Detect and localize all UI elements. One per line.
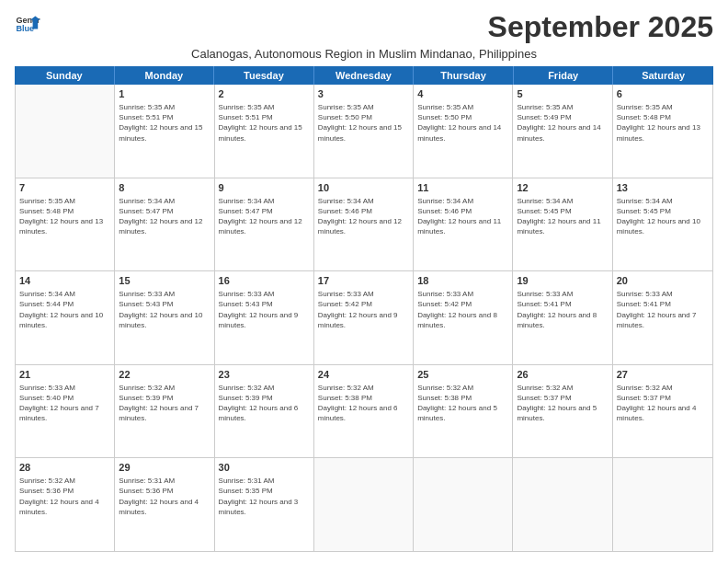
cell-day-number: 4 [417,87,508,101]
cal-cell: 8Sunrise: 5:34 AMSunset: 5:47 PMDaylight… [115,178,214,271]
week-row-4: 21Sunrise: 5:33 AMSunset: 5:40 PMDayligh… [16,365,712,459]
cell-info: Sunrise: 5:35 AMSunset: 5:51 PMDaylight:… [219,102,310,144]
cell-info: Sunrise: 5:32 AMSunset: 5:38 PMDaylight:… [417,383,508,424]
cal-cell: 18Sunrise: 5:33 AMSunset: 5:42 PMDayligh… [414,271,513,364]
cal-cell: 7Sunrise: 5:35 AMSunset: 5:48 PMDaylight… [16,178,115,271]
cell-day-number: 2 [219,87,310,101]
cell-day-number: 10 [318,181,409,195]
cell-day-number: 14 [19,274,110,288]
cal-cell: 25Sunrise: 5:32 AMSunset: 5:38 PMDayligh… [414,365,513,458]
cal-cell: 20Sunrise: 5:33 AMSunset: 5:41 PMDayligh… [613,271,712,364]
cal-cell: 16Sunrise: 5:33 AMSunset: 5:43 PMDayligh… [215,271,314,364]
header: General Blue September 2025 [15,11,713,43]
cell-day-number: 19 [517,274,608,288]
cell-info: Sunrise: 5:35 AMSunset: 5:48 PMDaylight:… [617,102,709,144]
cal-cell: 11Sunrise: 5:34 AMSunset: 5:46 PMDayligh… [414,178,513,271]
cell-info: Sunrise: 5:32 AMSunset: 5:38 PMDaylight:… [318,383,409,424]
cal-cell: 17Sunrise: 5:33 AMSunset: 5:42 PMDayligh… [314,271,414,364]
cell-day-number: 20 [617,274,709,288]
cal-cell: 3Sunrise: 5:35 AMSunset: 5:50 PMDaylight… [314,85,414,178]
cell-day-number: 8 [119,181,210,195]
month-title: September 2025 [488,11,713,43]
cal-cell: 12Sunrise: 5:34 AMSunset: 5:45 PMDayligh… [513,178,612,271]
cal-cell: 6Sunrise: 5:35 AMSunset: 5:48 PMDaylight… [613,85,712,178]
svg-text:Blue: Blue [16,24,34,33]
cell-info: Sunrise: 5:35 AMSunset: 5:49 PMDaylight:… [517,102,608,144]
cell-info: Sunrise: 5:33 AMSunset: 5:43 PMDaylight:… [219,289,310,330]
cal-cell: 29Sunrise: 5:31 AMSunset: 5:36 PMDayligh… [115,458,214,551]
cal-cell: 22Sunrise: 5:32 AMSunset: 5:39 PMDayligh… [115,365,214,458]
cal-cell [314,458,414,551]
cell-info: Sunrise: 5:32 AMSunset: 5:39 PMDaylight:… [119,383,210,424]
cell-day-number: 30 [219,461,310,475]
cal-cell [16,85,115,178]
cal-cell: 14Sunrise: 5:34 AMSunset: 5:44 PMDayligh… [16,271,115,364]
week-row-2: 7Sunrise: 5:35 AMSunset: 5:48 PMDaylight… [16,178,712,272]
cell-day-number: 28 [19,461,110,475]
cell-info: Sunrise: 5:32 AMSunset: 5:39 PMDaylight:… [219,383,310,424]
cal-cell: 2Sunrise: 5:35 AMSunset: 5:51 PMDaylight… [215,85,314,178]
header-day-monday: Monday [115,66,215,85]
cal-cell: 15Sunrise: 5:33 AMSunset: 5:43 PMDayligh… [115,271,214,364]
cell-day-number: 24 [318,368,409,382]
calendar-header: SundayMondayTuesdayWednesdayThursdayFrid… [15,66,713,85]
cell-day-number: 9 [219,181,310,195]
cell-day-number: 3 [318,87,409,101]
header-day-tuesday: Tuesday [214,66,314,85]
week-row-3: 14Sunrise: 5:34 AMSunset: 5:44 PMDayligh… [16,271,712,365]
cal-cell: 26Sunrise: 5:32 AMSunset: 5:37 PMDayligh… [513,365,612,458]
cell-info: Sunrise: 5:34 AMSunset: 5:46 PMDaylight:… [318,196,409,237]
cal-cell: 27Sunrise: 5:32 AMSunset: 5:37 PMDayligh… [613,365,712,458]
calendar-body: 1Sunrise: 5:35 AMSunset: 5:51 PMDaylight… [15,85,713,552]
cell-info: Sunrise: 5:34 AMSunset: 5:44 PMDaylight:… [19,289,110,330]
cell-info: Sunrise: 5:32 AMSunset: 5:36 PMDaylight:… [19,476,110,517]
cell-info: Sunrise: 5:31 AMSunset: 5:36 PMDaylight:… [119,476,210,517]
cal-cell: 21Sunrise: 5:33 AMSunset: 5:40 PMDayligh… [16,365,115,458]
header-day-wednesday: Wednesday [314,66,415,85]
cell-day-number: 26 [517,368,608,382]
week-row-5: 28Sunrise: 5:32 AMSunset: 5:36 PMDayligh… [16,458,712,551]
cell-day-number: 29 [119,461,210,475]
cell-info: Sunrise: 5:33 AMSunset: 5:42 PMDaylight:… [417,289,508,330]
cell-info: Sunrise: 5:32 AMSunset: 5:37 PMDaylight:… [517,383,608,424]
cell-day-number: 21 [19,368,110,382]
cell-day-number: 15 [119,274,210,288]
cal-cell [513,458,612,551]
cal-cell [414,458,513,551]
header-day-saturday: Saturday [613,66,713,85]
cell-day-number: 18 [417,274,508,288]
title-section: September 2025 [488,11,713,43]
cal-cell: 30Sunrise: 5:31 AMSunset: 5:35 PMDayligh… [215,458,314,551]
cal-cell: 24Sunrise: 5:32 AMSunset: 5:38 PMDayligh… [314,365,414,458]
cal-cell: 9Sunrise: 5:34 AMSunset: 5:47 PMDaylight… [215,178,314,271]
subtitle: Calanogas, Autonomous Region in Muslim M… [15,47,713,61]
cell-info: Sunrise: 5:33 AMSunset: 5:40 PMDaylight:… [19,383,110,424]
cell-day-number: 7 [19,181,110,195]
calendar: SundayMondayTuesdayWednesdayThursdayFrid… [15,66,713,552]
cal-cell: 4Sunrise: 5:35 AMSunset: 5:50 PMDaylight… [414,85,513,178]
cell-info: Sunrise: 5:35 AMSunset: 5:48 PMDaylight:… [19,196,110,237]
cal-cell: 28Sunrise: 5:32 AMSunset: 5:36 PMDayligh… [16,458,115,551]
cell-day-number: 12 [517,181,608,195]
cell-info: Sunrise: 5:33 AMSunset: 5:41 PMDaylight:… [517,289,608,330]
header-day-friday: Friday [514,66,614,85]
week-row-1: 1Sunrise: 5:35 AMSunset: 5:51 PMDaylight… [16,85,712,178]
cell-info: Sunrise: 5:33 AMSunset: 5:43 PMDaylight:… [119,289,210,330]
cal-cell: 10Sunrise: 5:34 AMSunset: 5:46 PMDayligh… [314,178,414,271]
cell-info: Sunrise: 5:33 AMSunset: 5:41 PMDaylight:… [617,289,709,330]
cell-info: Sunrise: 5:35 AMSunset: 5:50 PMDaylight:… [318,102,409,144]
cell-info: Sunrise: 5:35 AMSunset: 5:51 PMDaylight:… [119,102,210,144]
cell-day-number: 6 [617,87,709,101]
cell-day-number: 1 [119,87,210,101]
cell-info: Sunrise: 5:35 AMSunset: 5:50 PMDaylight:… [417,102,508,144]
cell-info: Sunrise: 5:34 AMSunset: 5:45 PMDaylight:… [617,196,709,237]
cell-day-number: 23 [219,368,310,382]
logo: General Blue [15,11,40,37]
header-day-thursday: Thursday [414,66,514,85]
cell-day-number: 5 [517,87,608,101]
cal-cell: 19Sunrise: 5:33 AMSunset: 5:41 PMDayligh… [513,271,612,364]
cell-day-number: 27 [617,368,709,382]
cell-info: Sunrise: 5:33 AMSunset: 5:42 PMDaylight:… [318,289,409,330]
cal-cell: 13Sunrise: 5:34 AMSunset: 5:45 PMDayligh… [613,178,712,271]
cell-info: Sunrise: 5:32 AMSunset: 5:37 PMDaylight:… [617,383,709,424]
